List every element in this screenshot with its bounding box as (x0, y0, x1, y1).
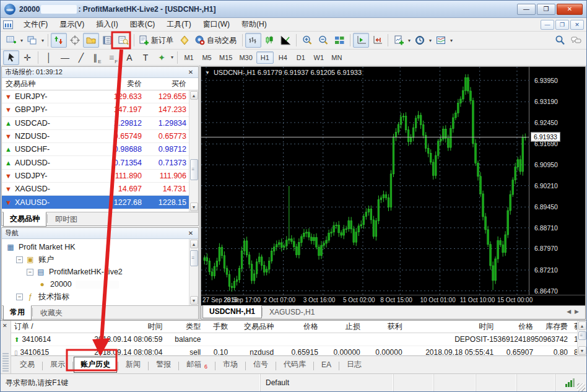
menu-item-2[interactable]: 显示(V) (54, 18, 90, 31)
chat-button[interactable] (568, 33, 584, 48)
indicators-button[interactable] (391, 33, 407, 48)
market-watch-close-icon[interactable]: ✕ (186, 69, 195, 76)
docked-panel-grip[interactable]: ✕ (1, 321, 11, 373)
navigator-item-5[interactable]: −ƒ技术指标 (2, 290, 189, 303)
chevron-down-icon[interactable]: ▼ (205, 70, 210, 76)
status-profile[interactable]: Default (261, 374, 394, 391)
market-row-USDCHF[interactable]: ▲USDCHF-0.986880.98712 (2, 143, 189, 156)
auto-scroll-toggle[interactable] (353, 33, 369, 48)
menu-item-6[interactable]: 窗口(W) (198, 18, 235, 31)
line-chart-button[interactable] (277, 33, 294, 48)
terminal-column-10[interactable]: 价格 (497, 321, 536, 332)
terminal-tab-11[interactable]: 日志 (340, 357, 368, 373)
restore-button[interactable]: ❐ (537, 4, 555, 15)
navigator-tab-1[interactable]: 常用 (3, 305, 32, 320)
price-axis[interactable]: 6.939506.931906.924506.916906.909506.902… (529, 67, 585, 295)
terminal-tab-3[interactable]: 账户历史 (74, 357, 117, 373)
vertical-line-tool[interactable]: │ (41, 50, 57, 65)
indicators-button-dropdown-icon[interactable]: ▾ (407, 38, 412, 43)
child-close-button[interactable]: ✕ (570, 20, 584, 30)
terminal-tab-2[interactable]: 展示 (43, 357, 72, 373)
candlestick-button[interactable] (261, 33, 277, 48)
minimize-button[interactable]: — (517, 4, 536, 15)
fibonacci-tool[interactable]: ≡F (105, 50, 121, 65)
zoom-out-button[interactable] (315, 33, 331, 48)
timeframe-d1-button[interactable]: D1 (292, 51, 310, 64)
collapse-icon[interactable]: − (27, 269, 33, 276)
resize-grip[interactable] (577, 383, 585, 391)
chart-window-icon[interactable] (3, 20, 13, 29)
terminal-column-6[interactable]: 价格 (277, 321, 321, 332)
menu-item-4[interactable]: 图表(C) (124, 18, 161, 31)
time-axis[interactable]: 27 Sep 201828 Sep 17:002 Oct 07:003 Oct … (201, 295, 585, 305)
timeframe-h4-button[interactable]: H4 (274, 51, 292, 64)
timeframe-mn-button[interactable]: MN (328, 51, 346, 64)
title-bar[interactable]: 20000 : ProfitMarketHK-Live2 - [USDCNH-,… (1, 1, 586, 18)
horizontal-line-tool[interactable]: — (57, 50, 73, 65)
shapes-tool-dropdown-icon[interactable]: ▾ (170, 54, 175, 60)
shapes-tool[interactable]: ✦ (154, 50, 170, 65)
terminal-column-1[interactable]: 订单 / (11, 321, 73, 332)
terminal-column-12[interactable]: 获利 (571, 321, 577, 332)
templates-button-dropdown-icon[interactable]: ▾ (449, 38, 454, 43)
timeframe-m15-button[interactable]: M15 (216, 51, 235, 64)
terminal-column-4[interactable]: 手数 (204, 321, 231, 332)
price-chart[interactable]: ▼ USDCNH-,H1 6.91779 6.91937 6.91205 6.9… (201, 67, 529, 295)
terminal-column-2[interactable]: 时间 (73, 321, 166, 332)
market-row-XAGUSD[interactable]: ▼XAGUSD-14.69714.731 (2, 183, 189, 196)
tab-scroll-left-icon[interactable]: ◀ (567, 308, 571, 315)
market-watch-tab-1[interactable]: 交易品种 (3, 212, 46, 227)
market-watch-toggle[interactable] (51, 33, 67, 48)
market-watch-scrollbar[interactable]: ▲ ▼ (189, 90, 198, 212)
search-button[interactable] (552, 33, 568, 48)
terminal-row-3410615[interactable]: ▯34106152018.09.14 08:08:04sell0.10nzdus… (11, 346, 577, 355)
terminal-column-7[interactable]: 止损 (321, 321, 363, 332)
periods-button-dropdown-icon[interactable]: ▾ (428, 38, 433, 43)
new-chart-button-dropdown-icon[interactable]: ▾ (19, 38, 24, 43)
menu-item-1[interactable]: 文件(F) (18, 18, 53, 31)
navigator-tab-2[interactable]: 收藏夹 (33, 306, 69, 321)
child-restore-button[interactable]: ❐ (555, 20, 569, 30)
channel-tool[interactable]: ∥E (89, 50, 105, 65)
label-tool[interactable]: T (137, 50, 154, 65)
menu-item-3[interactable]: 插入(I) (90, 18, 123, 31)
strategy-tester-toggle[interactable] (115, 33, 131, 48)
new-order-button[interactable]: 新订单 (137, 33, 176, 48)
tab-scroll-right-icon[interactable]: ▶ (575, 308, 579, 315)
market-row-XAUUSD[interactable]: ▼XAUUSD-1227.681228.15 (2, 196, 189, 209)
scroll-down-icon[interactable]: ▼ (190, 203, 198, 211)
zoom-in-button[interactable] (299, 33, 315, 48)
terminal-tab-5[interactable]: 警报 (149, 357, 178, 373)
terminal-toggle[interactable] (99, 33, 115, 48)
collapse-icon[interactable]: − (16, 256, 23, 263)
scroll-up-icon[interactable]: ▲ (190, 91, 198, 100)
timeframe-w1-button[interactable]: W1 (310, 51, 328, 64)
timeframe-m1-button[interactable]: M1 (180, 51, 198, 64)
market-row-AUDUSD[interactable]: ▲AUDUSD-0.713540.71373 (2, 156, 189, 169)
text-tool[interactable]: A (121, 50, 137, 65)
market-watch-tab-2[interactable]: 即时图 (48, 212, 84, 227)
timeframe-h1-button[interactable]: H1 (256, 51, 274, 64)
close-button[interactable]: ✕ (557, 4, 583, 15)
terminal-scrollbar[interactable]: ▲ ▼ (577, 321, 586, 355)
navigator-item-2[interactable]: −▣账户 (2, 253, 189, 266)
terminal-tab-4[interactable]: 新闻 (119, 357, 147, 373)
terminal-column-9[interactable]: 时间 (406, 321, 497, 332)
scroll-up-icon[interactable]: ▲ (190, 240, 198, 248)
terminal-column-11[interactable]: 库存费 (536, 321, 571, 332)
terminal-column-5[interactable]: 交易品种 (231, 321, 277, 332)
navigator-item-4[interactable]: ●20000 (2, 278, 189, 290)
timeframe-m5-button[interactable]: M5 (198, 51, 215, 64)
menu-item-7[interactable]: 帮助(H) (236, 18, 272, 31)
market-row-USDJPY[interactable]: ▼USDJPY-111.890111.906 (2, 170, 189, 183)
chart-tab-1[interactable]: USDCNH-,H1 (202, 305, 262, 318)
terminal-tab-10[interactable]: EA (315, 358, 338, 372)
metaeditor-button[interactable] (176, 33, 193, 48)
crosshair-tool[interactable]: ✛ (19, 50, 35, 65)
scroll-down-icon[interactable]: ▼ (190, 296, 198, 305)
terminal-close-icon[interactable]: ✕ (2, 323, 7, 329)
bar-chart-button[interactable] (245, 33, 261, 48)
terminal-tab-1[interactable]: 交易 (13, 357, 41, 373)
chart-tab-2[interactable]: XAGUSD-,H1 (263, 306, 321, 319)
new-chart-button[interactable] (3, 33, 19, 48)
